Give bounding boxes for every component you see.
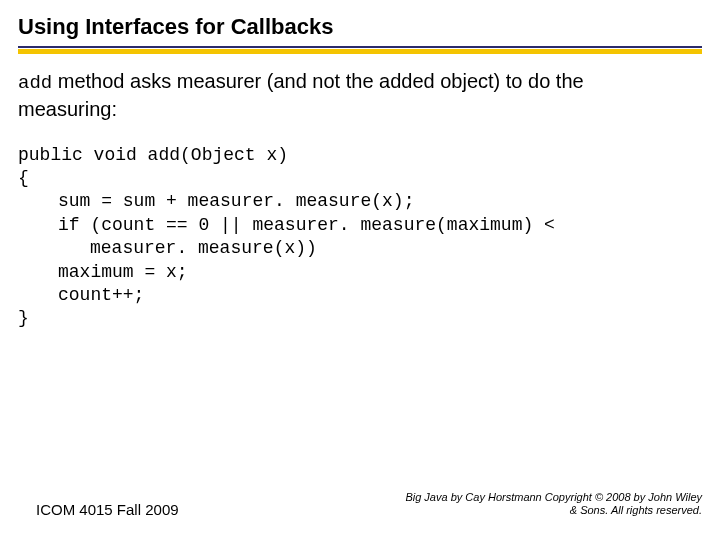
code-l6: maximum = x;: [18, 261, 702, 284]
code-l5: measurer. measure(x)): [18, 237, 702, 260]
slide-title: Using Interfaces for Callbacks: [18, 14, 702, 40]
code-block: public void add(Object x) { sum = sum + …: [18, 144, 702, 331]
footer-copyright: Big Java by Cay Horstmann Copyright © 20…: [405, 491, 702, 519]
code-l1: public void add(Object x): [18, 145, 288, 165]
title-underline: [18, 46, 702, 54]
code-l8: }: [18, 308, 29, 328]
code-l7: count++;: [18, 284, 702, 307]
rule-yellow: [18, 49, 702, 54]
code-l2: {: [18, 168, 29, 188]
footer-course: ICOM 4015 Fall 2009: [36, 501, 179, 518]
footer-copy-line2: & Sons. All rights reserved.: [570, 504, 702, 516]
body-line2: measuring:: [18, 98, 117, 120]
slide: Using Interfaces for Callbacks add metho…: [0, 0, 720, 540]
rule-dark: [18, 46, 702, 48]
footer: ICOM 4015 Fall 2009 Big Java by Cay Hors…: [0, 491, 720, 519]
code-l4: if (count == 0 || measurer. measure(maxi…: [18, 214, 702, 237]
code-l3: sum = sum + measurer. measure(x);: [18, 190, 702, 213]
body-line1: method asks measurer (and not the added …: [52, 70, 583, 92]
body-paragraph: add method asks measurer (and not the ad…: [18, 68, 702, 122]
inline-code-add: add: [18, 72, 52, 94]
footer-copy-line1: Big Java by Cay Horstmann Copyright © 20…: [405, 491, 702, 503]
